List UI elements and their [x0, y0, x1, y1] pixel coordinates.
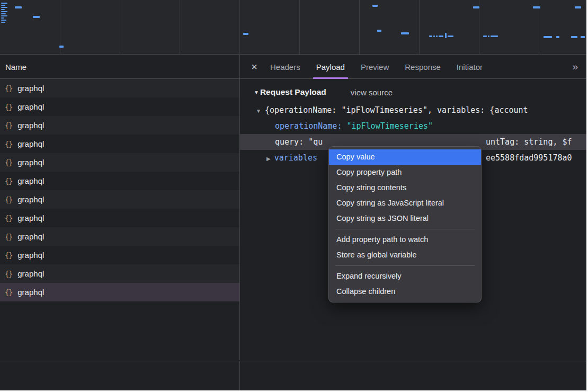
detail-tabbar: × Headers Payload Preview Response Initi…: [240, 55, 586, 79]
menu-item-copy-property-path[interactable]: Copy property path: [329, 165, 481, 180]
tree-row-operation-name[interactable]: operationName: "ipFlowTimeseries": [240, 118, 586, 134]
braces-icon: {}: [5, 270, 12, 278]
network-activity-bar: [1, 11, 7, 12]
query-text-right: untTag: string, $f: [486, 134, 572, 150]
network-activity-bar: [1, 3, 7, 4]
property-value: "ipFlowTimeseries": [346, 121, 433, 131]
network-activity-bar: [445, 33, 447, 38]
request-label: graphql: [17, 232, 44, 241]
tab-response[interactable]: Response: [397, 55, 449, 79]
menu-item-copy-string-js-literal[interactable]: Copy string as JavaScript literal: [329, 195, 481, 211]
network-activity-bar: [581, 36, 585, 38]
request-label: graphql: [17, 121, 44, 130]
tab-payload[interactable]: Payload: [308, 55, 353, 79]
network-activity-bar: [1, 20, 6, 21]
braces-icon: {}: [5, 288, 12, 297]
braces-icon: {}: [5, 195, 12, 204]
request-row[interactable]: {} graphql: [0, 227, 239, 246]
request-label: graphql: [17, 176, 44, 185]
request-label: graphql: [17, 139, 44, 148]
network-activity-bar: [15, 6, 22, 8]
braces-icon: {}: [5, 140, 12, 148]
bottom-summary-bar: [0, 361, 586, 390]
network-activity-bar: [429, 35, 432, 37]
request-row[interactable]: {} graphql: [0, 172, 239, 190]
timeline-gridline: [299, 0, 300, 54]
menu-item-add-property-path-to-watch[interactable]: Add property path to watch: [329, 232, 481, 247]
request-row[interactable]: {} graphql: [0, 97, 239, 116]
triangle-down-icon: ▼: [256, 108, 261, 114]
network-activity-bar: [59, 46, 64, 48]
name-column-header[interactable]: Name: [0, 55, 239, 79]
request-label: graphql: [17, 288, 44, 297]
menu-item-collapse-children[interactable]: Collapse children: [329, 284, 481, 299]
network-activity-bar: [1, 7, 7, 8]
more-tabs-chevron-icon[interactable]: »: [572, 61, 578, 73]
devtools-network-panel: Name {} graphql {} graphql {} graphql {}…: [0, 0, 586, 390]
section-title: Request Payload: [260, 87, 326, 97]
network-activity-bar: [491, 35, 498, 37]
request-label: graphql: [17, 195, 44, 204]
request-payload-section-header[interactable]: ▼ Request Payload view source: [254, 87, 586, 97]
context-menu: Copy value Copy property path Copy strin…: [328, 146, 482, 302]
request-row[interactable]: {} graphql: [0, 153, 239, 172]
timeline-gridline: [359, 0, 360, 54]
request-row[interactable]: {} graphql: [0, 135, 239, 153]
request-label: graphql: [17, 102, 44, 111]
request-row[interactable]: {} graphql: [0, 116, 239, 135]
tab-preview[interactable]: Preview: [353, 55, 397, 79]
menu-item-copy-string-json-literal[interactable]: Copy string as JSON literal: [329, 211, 481, 226]
object-preview-text: {operationName: "ipFlowTimeseries", vari…: [265, 105, 528, 115]
menu-item-store-as-global-variable[interactable]: Store as global variable: [329, 247, 481, 263]
triangle-right-icon: ▶: [266, 156, 271, 162]
menu-item-expand-recursively[interactable]: Expand recursively: [329, 269, 481, 284]
timeline-gridline: [120, 0, 120, 54]
network-activity-bar: [1, 13, 6, 14]
network-activity-bar: [243, 33, 248, 35]
main-split: Name {} graphql {} graphql {} graphql {}…: [0, 55, 586, 360]
request-row[interactable]: {} graphql: [0, 209, 239, 227]
network-activity-bar: [483, 35, 487, 37]
property-key: operationName:: [275, 121, 342, 131]
request-label: graphql: [17, 251, 44, 260]
menu-separator: [335, 265, 475, 266]
timeline-gridline: [419, 0, 420, 54]
tab-initiator[interactable]: Initiator: [449, 55, 491, 79]
braces-icon: {}: [5, 177, 12, 185]
network-activity-bar: [544, 36, 552, 38]
request-row-selected[interactable]: {} graphql: [0, 283, 239, 301]
network-activity-bar: [1, 15, 7, 16]
menu-item-copy-value[interactable]: Copy value: [329, 149, 481, 165]
request-label: graphql: [17, 213, 44, 222]
network-overview-timeline[interactable]: [0, 0, 586, 55]
request-row[interactable]: {} graphql: [0, 246, 239, 264]
network-activity-bar: [473, 6, 479, 8]
network-activity-bar: [401, 32, 409, 34]
network-activity-bar: [33, 16, 40, 18]
network-activity-bar: [436, 35, 438, 37]
network-activity-bar: [1, 17, 4, 19]
request-row[interactable]: {} graphql: [0, 190, 239, 209]
close-icon[interactable]: ×: [246, 61, 262, 73]
request-row[interactable]: {} graphql: [0, 79, 239, 97]
view-source-link[interactable]: view source: [351, 88, 393, 97]
tree-row-root-object[interactable]: ▼{operationName: "ipFlowTimeseries", var…: [240, 102, 586, 118]
request-label: graphql: [17, 84, 44, 93]
network-activity-bar: [377, 30, 381, 32]
tab-headers[interactable]: Headers: [262, 55, 308, 79]
network-activity-bar: [448, 35, 453, 37]
timeline-gridline: [180, 0, 180, 54]
menu-item-copy-string-contents[interactable]: Copy string contents: [329, 180, 481, 195]
request-label: graphql: [17, 269, 44, 278]
braces-icon: {}: [5, 251, 12, 260]
request-label: graphql: [17, 158, 44, 167]
query-text-left: query: "qu: [275, 137, 323, 147]
network-activity-bar: [1, 22, 5, 23]
request-list: {} graphql {} graphql {} graphql {} grap…: [0, 79, 239, 360]
network-activity-bar: [1, 5, 5, 6]
braces-icon: {}: [5, 84, 12, 93]
request-list-panel: Name {} graphql {} graphql {} graphql {}…: [0, 55, 240, 360]
network-activity-bar: [575, 6, 581, 8]
request-row[interactable]: {} graphql: [0, 264, 239, 283]
braces-icon: {}: [5, 121, 12, 130]
